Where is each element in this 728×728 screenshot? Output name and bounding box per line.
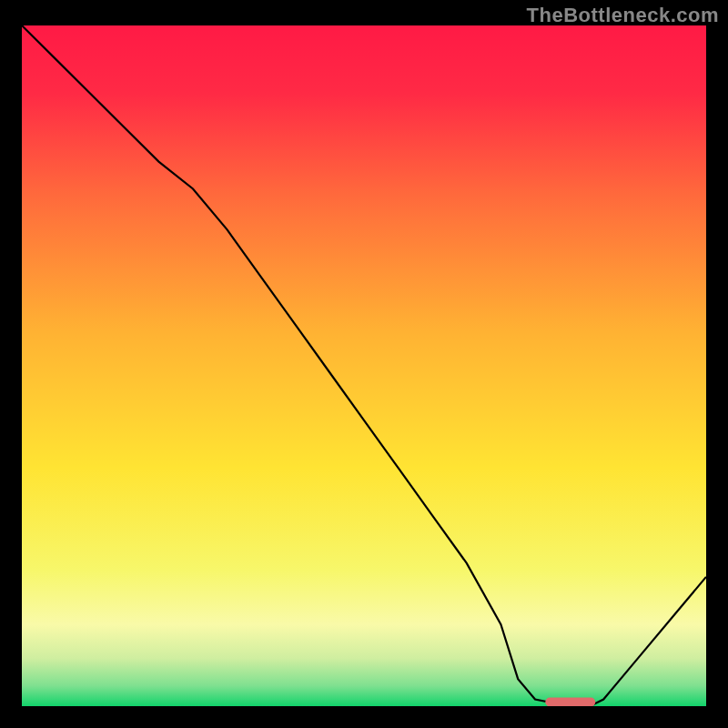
chart-container: TheBottleneck.com (0, 0, 728, 728)
optimal-marker (545, 698, 595, 707)
bottleneck-chart (22, 25, 706, 706)
watermark-text: TheBottleneck.com (527, 4, 719, 27)
